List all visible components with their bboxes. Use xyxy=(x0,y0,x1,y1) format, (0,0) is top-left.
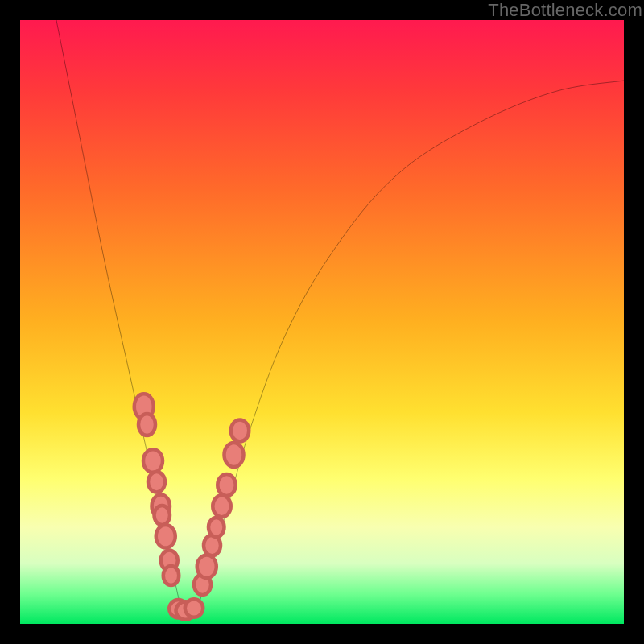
watermark-text: TheBottleneck.com xyxy=(488,0,642,21)
curve-bead xyxy=(213,495,231,517)
curve-bead xyxy=(138,414,155,436)
curve-bead xyxy=(197,555,217,579)
curve-bead xyxy=(155,506,171,525)
bottleneck-curve-path xyxy=(56,20,624,617)
curve-bead xyxy=(225,443,244,467)
curve-bead xyxy=(185,599,204,617)
curve-bead xyxy=(208,518,225,537)
curve-bead xyxy=(148,472,165,493)
curve-bead xyxy=(143,449,163,473)
chart-plot-area xyxy=(20,20,624,624)
curve-bead xyxy=(231,420,250,442)
curve-bead xyxy=(163,566,180,585)
curve-bead xyxy=(217,474,236,496)
bottleneck-curve-svg xyxy=(20,20,624,624)
curve-bead xyxy=(156,525,175,548)
curve-beads-group xyxy=(134,394,250,620)
